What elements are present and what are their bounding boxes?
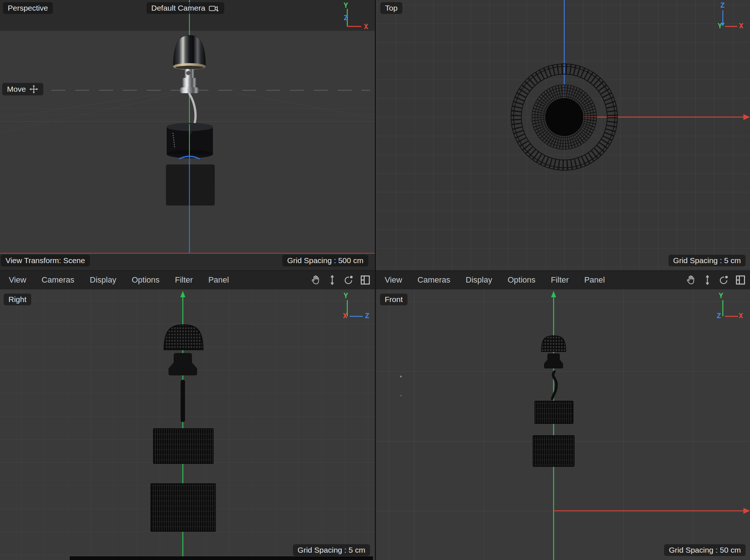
viewport-label-front: Front	[380, 294, 407, 305]
orbit-rotate-icon[interactable]	[343, 274, 355, 286]
dolly-vertical-arrows-icon[interactable]	[702, 274, 713, 286]
active-tool-indicator: Move	[2, 83, 43, 95]
perspective-canvas	[0, 0, 375, 270]
menu-filter[interactable]: Filter	[175, 275, 193, 285]
menu-display[interactable]: Display	[90, 275, 116, 285]
viewport-divider[interactable]	[375, 0, 376, 560]
menu-panel[interactable]: Panel	[208, 275, 229, 285]
menu-view[interactable]: View	[385, 275, 402, 285]
viewport-label-right: Right	[4, 294, 31, 305]
axis-label-z: Z	[717, 311, 721, 320]
menu-view[interactable]: View	[9, 275, 26, 285]
menu-cameras[interactable]: Cameras	[417, 275, 450, 285]
axis-label-y: Y	[719, 291, 723, 300]
grid-spacing-top: Grid Spacing : 5 cm	[669, 255, 746, 266]
viewport-label-top: Top	[380, 2, 402, 14]
viewport-menubar-front: View Cameras Display Options Filter Pane…	[376, 270, 750, 290]
orbit-rotate-icon[interactable]	[718, 274, 730, 286]
layout-toggle-icon[interactable]	[359, 274, 371, 286]
camera-icon	[209, 4, 220, 12]
dolly-vertical-arrows-icon[interactable]	[326, 274, 338, 286]
grid-spacing-perspective: Grid Spacing : 500 cm	[282, 255, 368, 266]
top-canvas	[376, 0, 750, 270]
view-transform-status: View Transform: Scene	[1, 255, 90, 266]
menu-filter[interactable]: Filter	[551, 275, 569, 285]
axis-label-y: Y	[344, 291, 348, 300]
menu-display[interactable]: Display	[466, 275, 492, 285]
axis-gizmo-perspective	[338, 0, 374, 35]
axis-label-z: Z	[365, 311, 369, 320]
menu-options[interactable]: Options	[508, 275, 536, 285]
camera-label: Default Camera	[151, 4, 205, 12]
application-window: Perspective Default Camera Move View Tra…	[0, 0, 750, 560]
pan-hand-icon[interactable]	[685, 274, 697, 286]
axis-label-z: Z	[720, 1, 725, 10]
right-canvas	[0, 270, 375, 560]
menu-cameras[interactable]: Cameras	[41, 275, 74, 285]
axis-label-z: Z	[344, 13, 348, 22]
viewport-menubar-right: View Cameras Display Options Filter Pane…	[0, 270, 375, 290]
grid-spacing-front: Grid Spacing : 50 cm	[664, 544, 746, 556]
axis-label-y: Y	[718, 21, 722, 30]
menu-options[interactable]: Options	[132, 275, 160, 285]
move-cross-icon	[29, 84, 39, 94]
axis-label-x: X	[739, 311, 743, 320]
axis-label-x: X	[343, 311, 347, 320]
tool-label: Move	[7, 85, 26, 94]
camera-selector[interactable]: Default Camera	[146, 2, 224, 14]
grid-spacing-right: Grid Spacing : 5 cm	[293, 544, 370, 556]
axis-label-y: Y	[344, 1, 348, 10]
axis-label-x: X	[739, 21, 743, 30]
front-canvas	[376, 270, 750, 560]
pan-hand-icon[interactable]	[310, 274, 322, 286]
layout-toggle-icon[interactable]	[735, 274, 746, 286]
viewport-label-perspective: Perspective	[3, 2, 53, 14]
menu-panel[interactable]: Panel	[584, 275, 605, 285]
axis-label-x: X	[364, 22, 368, 31]
